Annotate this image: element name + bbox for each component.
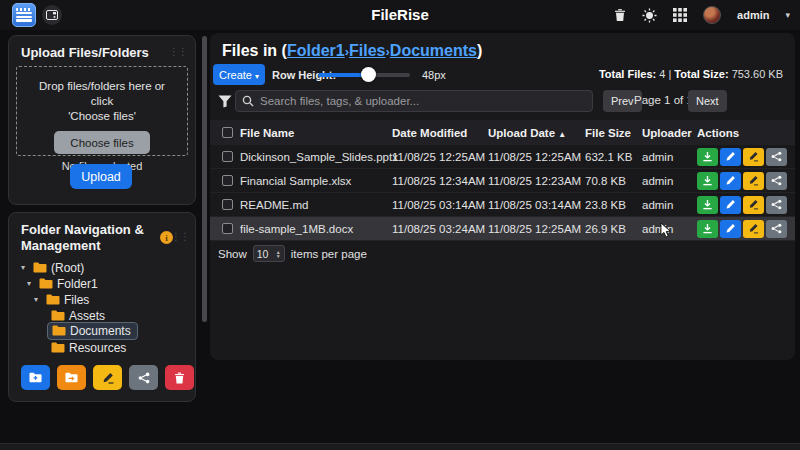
rename-pencil-icon xyxy=(748,175,759,186)
header-file-name[interactable]: File Name xyxy=(240,127,294,139)
rename-button[interactable] xyxy=(743,196,764,214)
table-row[interactable]: README.md 11/08/25 03:14AM 11/08/25 03:1… xyxy=(210,193,795,217)
upload-button[interactable]: Upload xyxy=(70,164,132,189)
tree-item-documents-selected[interactable]: Documents xyxy=(47,323,138,338)
table-row[interactable]: Dickinson_Sample_Slides.pptx 11/08/25 12… xyxy=(210,145,795,169)
per-page-select[interactable]: 10 ▲▼ xyxy=(253,245,285,262)
create-folder-button[interactable] xyxy=(21,365,50,390)
table-row-hovered[interactable]: file-sample_1MB.docx 11/08/25 03:24AM 11… xyxy=(210,217,795,241)
rename-folder-button[interactable] xyxy=(93,365,122,390)
tree-caret-icon[interactable]: ▾ xyxy=(27,279,35,288)
cell-file-size: 70.8 KB xyxy=(585,175,626,187)
delete-folder-button[interactable] xyxy=(165,365,194,390)
folder-plus-icon xyxy=(29,372,42,383)
row-checkbox[interactable] xyxy=(222,199,233,210)
cell-upload-date: 11/08/25 12:25AM xyxy=(488,223,581,235)
search-box xyxy=(235,90,593,112)
row-checkbox[interactable] xyxy=(222,175,233,186)
tree-item-resources[interactable]: Resources xyxy=(51,340,126,355)
cell-uploader: admin xyxy=(642,175,673,187)
caret-down-icon: ▾ xyxy=(255,72,259,81)
tree-item-files[interactable]: ▾ Files xyxy=(34,292,89,307)
cell-date-modified: 11/08/25 12:25AM xyxy=(392,151,485,163)
row-height-value: 48px xyxy=(422,69,446,81)
edit-button[interactable] xyxy=(720,148,741,166)
cell-uploader: admin xyxy=(642,199,673,211)
share-folder-button[interactable] xyxy=(129,365,158,390)
download-icon xyxy=(702,223,713,234)
apps-grid-icon[interactable] xyxy=(673,8,687,22)
page-title: Files in (Folder1›Files›Documents) xyxy=(222,42,482,60)
rename-pencil-icon xyxy=(748,151,759,162)
download-button[interactable] xyxy=(697,148,718,166)
edit-button[interactable] xyxy=(720,172,741,190)
breadcrumb-link-folder1[interactable]: Folder1 xyxy=(287,42,345,59)
create-button[interactable]: Create ▾ xyxy=(213,64,265,85)
share-button[interactable] xyxy=(766,220,787,238)
cell-date-modified: 11/08/25 12:34AM xyxy=(392,175,485,187)
tree-item-label: Files xyxy=(64,293,89,307)
breadcrumb-link-files[interactable]: Files xyxy=(349,42,385,59)
trash-icon[interactable] xyxy=(614,8,626,22)
breadcrumb-link-documents[interactable]: Documents xyxy=(390,42,477,59)
download-button[interactable] xyxy=(697,196,718,214)
row-height-slider-thumb[interactable] xyxy=(361,67,376,82)
drag-handle-icon[interactable]: ⋮⋮ xyxy=(169,46,187,57)
total-size-value: 753.60 KB xyxy=(732,68,783,80)
row-checkbox[interactable] xyxy=(222,223,233,234)
select-all-checkbox[interactable] xyxy=(222,127,233,138)
rename-button[interactable] xyxy=(743,220,764,238)
summary-divider: | xyxy=(668,68,671,80)
tree-item-root[interactable]: ▾ (Root) xyxy=(21,260,84,275)
folder-icon xyxy=(39,278,53,289)
tree-caret-icon[interactable]: ▾ xyxy=(34,295,42,304)
header-file-size[interactable]: File Size xyxy=(585,127,631,139)
rename-button[interactable] xyxy=(743,172,764,190)
user-menu-caret-icon[interactable]: ▾ xyxy=(785,10,790,20)
file-dropzone[interactable]: Drop files/folders here or click 'Choose… xyxy=(16,66,188,156)
filter-button[interactable] xyxy=(216,92,234,110)
theme-toggle-sun-icon[interactable] xyxy=(642,8,657,23)
dropzone-text-line2: 'Choose files' xyxy=(68,110,136,122)
move-folder-button[interactable] xyxy=(57,365,86,390)
vertical-scrollbar[interactable] xyxy=(202,36,207,322)
dropzone-text-line1: Drop files/folders here or click xyxy=(39,80,165,107)
rename-button[interactable] xyxy=(743,148,764,166)
folder-icon xyxy=(51,310,65,321)
header-upload-date[interactable]: Upload Date ▲ xyxy=(488,127,566,139)
share-button[interactable] xyxy=(766,148,787,166)
username-label[interactable]: admin xyxy=(737,9,769,21)
header-uploader[interactable]: Uploader xyxy=(642,127,692,139)
table-row[interactable]: Financial Sample.xlsx 11/08/25 12:34AM 1… xyxy=(210,169,795,193)
edit-button[interactable] xyxy=(720,196,741,214)
next-page-button[interactable]: Next xyxy=(688,90,727,112)
tree-item-folder1[interactable]: ▾ Folder1 xyxy=(27,276,98,291)
trash-icon xyxy=(174,372,185,384)
download-button[interactable] xyxy=(697,172,718,190)
user-avatar[interactable] xyxy=(703,6,721,24)
cell-date-modified: 11/08/25 03:24AM xyxy=(392,223,485,235)
show-label: Show xyxy=(218,248,247,260)
window-bottom-edge xyxy=(0,443,800,450)
cell-upload-date: 11/08/25 12:23AM xyxy=(488,175,581,187)
tree-item-assets[interactable]: Assets xyxy=(51,308,105,323)
select-stepper-icon: ▲▼ xyxy=(276,250,281,258)
share-button[interactable] xyxy=(766,172,787,190)
total-size-label: Total Size: xyxy=(674,68,728,80)
drag-handle-icon[interactable]: ⋮⋮ xyxy=(171,231,189,242)
total-files-label: Total Files: xyxy=(599,68,656,80)
edit-button[interactable] xyxy=(720,220,741,238)
tree-item-label: Folder1 xyxy=(57,277,98,291)
header-date-modified[interactable]: Date Modified xyxy=(392,127,467,139)
per-page-suffix: items per page xyxy=(291,248,367,260)
search-input[interactable] xyxy=(260,95,586,107)
row-checkbox[interactable] xyxy=(222,151,233,162)
choose-files-button[interactable]: Choose files xyxy=(54,131,150,154)
folder-icon xyxy=(46,294,60,305)
edit-pencil-icon xyxy=(725,199,736,210)
tree-caret-icon[interactable]: ▾ xyxy=(21,263,29,272)
rename-pencil-icon xyxy=(748,223,759,234)
share-button[interactable] xyxy=(766,196,787,214)
download-button[interactable] xyxy=(697,220,718,238)
sort-ascending-icon: ▲ xyxy=(558,130,566,139)
